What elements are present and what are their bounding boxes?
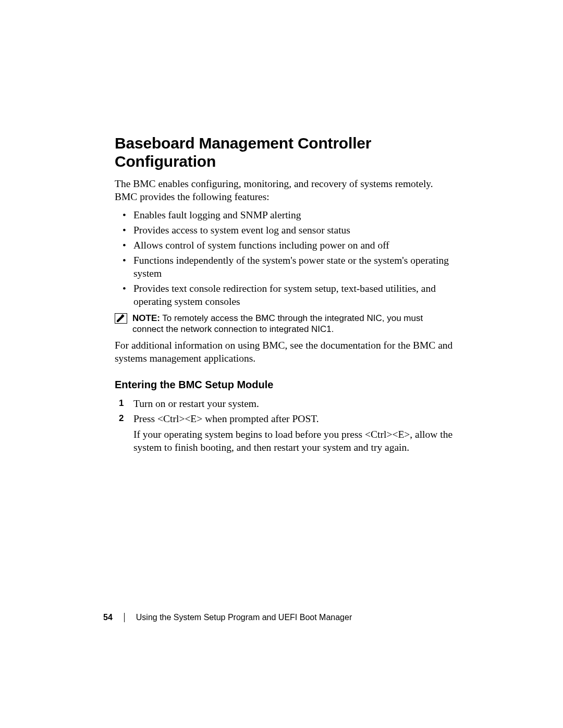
- step-item: Turn on or restart your system.: [115, 397, 454, 410]
- step-text: Press <Ctrl><E> when prompted after POST…: [133, 413, 319, 424]
- note-label: NOTE:: [132, 313, 160, 323]
- note-body: To remotely access the BMC through the i…: [132, 313, 423, 335]
- intro-paragraph: The BMC enables configuring, monitoring,…: [115, 178, 454, 204]
- subsection-heading: Entering the BMC Setup Module: [115, 379, 454, 391]
- note-pencil-icon: [115, 313, 127, 324]
- page-footer: 54 Using the System Setup Program and UE…: [103, 613, 352, 622]
- feature-bullet-list: Enables fault logging and SNMP alerting …: [115, 209, 454, 309]
- step-followup-text: If your operating system begins to load …: [133, 428, 454, 454]
- paragraph-after-note: For additional information on using BMC,…: [115, 339, 454, 365]
- bullet-item: Provides access to system event log and …: [115, 224, 454, 237]
- step-item: Press <Ctrl><E> when prompted after POST…: [115, 412, 454, 454]
- bullet-item: Enables fault logging and SNMP alerting: [115, 209, 454, 222]
- note-block: NOTE: To remotely access the BMC through…: [115, 313, 454, 336]
- step-text: Turn on or restart your system.: [133, 398, 259, 409]
- bullet-item: Allows control of system functions inclu…: [115, 239, 454, 252]
- note-text: NOTE: To remotely access the BMC through…: [132, 313, 454, 336]
- steps-ordered-list: Turn on or restart your system. Press <C…: [115, 397, 454, 454]
- bullet-item: Functions independently of the system's …: [115, 254, 454, 280]
- section-heading: Baseboard Management Controller Configur…: [115, 134, 454, 170]
- footer-title: Using the System Setup Program and UEFI …: [136, 613, 352, 622]
- bullet-item: Provides text console redirection for sy…: [115, 282, 454, 309]
- page-number: 54: [103, 613, 113, 622]
- footer-separator-icon: [124, 613, 125, 622]
- document-page: Baseboard Management Controller Configur…: [0, 0, 563, 728]
